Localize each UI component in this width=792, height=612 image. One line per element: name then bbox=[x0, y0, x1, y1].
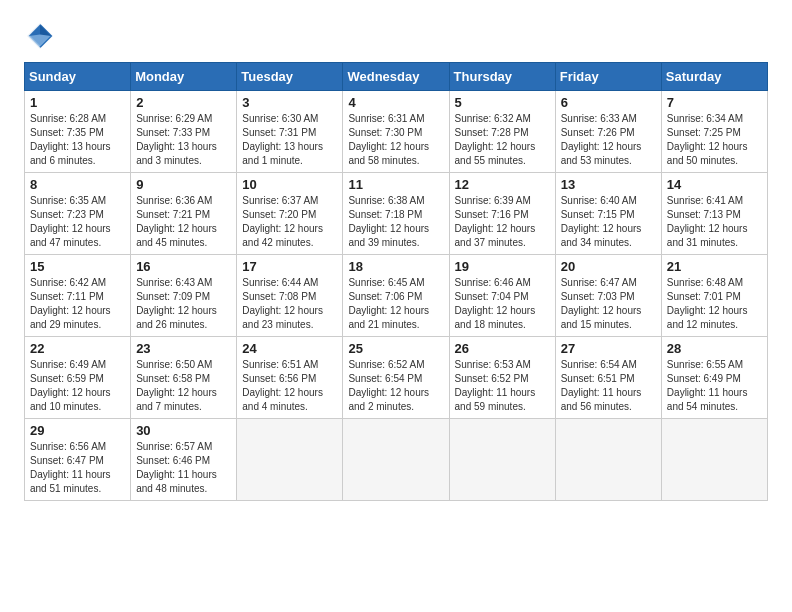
calendar-cell bbox=[237, 419, 343, 501]
calendar-cell: 20Sunrise: 6:47 AMSunset: 7:03 PMDayligh… bbox=[555, 255, 661, 337]
day-detail: Sunrise: 6:56 AMSunset: 6:47 PMDaylight:… bbox=[30, 440, 125, 496]
calendar-cell: 29Sunrise: 6:56 AMSunset: 6:47 PMDayligh… bbox=[25, 419, 131, 501]
day-number: 11 bbox=[348, 177, 443, 192]
calendar-cell bbox=[343, 419, 449, 501]
day-detail: Sunrise: 6:57 AMSunset: 6:46 PMDaylight:… bbox=[136, 440, 231, 496]
day-header-thursday: Thursday bbox=[449, 63, 555, 91]
calendar-cell: 8Sunrise: 6:35 AMSunset: 7:23 PMDaylight… bbox=[25, 173, 131, 255]
calendar-cell: 25Sunrise: 6:52 AMSunset: 6:54 PMDayligh… bbox=[343, 337, 449, 419]
day-detail: Sunrise: 6:46 AMSunset: 7:04 PMDaylight:… bbox=[455, 276, 550, 332]
calendar-cell: 14Sunrise: 6:41 AMSunset: 7:13 PMDayligh… bbox=[661, 173, 767, 255]
logo bbox=[24, 20, 60, 52]
calendar-cell bbox=[661, 419, 767, 501]
day-header-sunday: Sunday bbox=[25, 63, 131, 91]
day-number: 6 bbox=[561, 95, 656, 110]
day-number: 20 bbox=[561, 259, 656, 274]
page-header bbox=[24, 20, 768, 52]
calendar-cell: 23Sunrise: 6:50 AMSunset: 6:58 PMDayligh… bbox=[131, 337, 237, 419]
calendar-cell: 13Sunrise: 6:40 AMSunset: 7:15 PMDayligh… bbox=[555, 173, 661, 255]
day-number: 4 bbox=[348, 95, 443, 110]
day-detail: Sunrise: 6:33 AMSunset: 7:26 PMDaylight:… bbox=[561, 112, 656, 168]
calendar-cell: 27Sunrise: 6:54 AMSunset: 6:51 PMDayligh… bbox=[555, 337, 661, 419]
day-detail: Sunrise: 6:29 AMSunset: 7:33 PMDaylight:… bbox=[136, 112, 231, 168]
calendar-cell: 9Sunrise: 6:36 AMSunset: 7:21 PMDaylight… bbox=[131, 173, 237, 255]
day-header-monday: Monday bbox=[131, 63, 237, 91]
day-detail: Sunrise: 6:51 AMSunset: 6:56 PMDaylight:… bbox=[242, 358, 337, 414]
logo-icon bbox=[24, 20, 56, 52]
day-detail: Sunrise: 6:52 AMSunset: 6:54 PMDaylight:… bbox=[348, 358, 443, 414]
day-number: 24 bbox=[242, 341, 337, 356]
calendar-cell: 6Sunrise: 6:33 AMSunset: 7:26 PMDaylight… bbox=[555, 91, 661, 173]
day-number: 16 bbox=[136, 259, 231, 274]
day-number: 7 bbox=[667, 95, 762, 110]
calendar-cell: 7Sunrise: 6:34 AMSunset: 7:25 PMDaylight… bbox=[661, 91, 767, 173]
day-number: 9 bbox=[136, 177, 231, 192]
day-number: 14 bbox=[667, 177, 762, 192]
calendar-header-row: SundayMondayTuesdayWednesdayThursdayFrid… bbox=[25, 63, 768, 91]
day-detail: Sunrise: 6:47 AMSunset: 7:03 PMDaylight:… bbox=[561, 276, 656, 332]
day-number: 2 bbox=[136, 95, 231, 110]
day-number: 22 bbox=[30, 341, 125, 356]
day-number: 30 bbox=[136, 423, 231, 438]
calendar-cell: 19Sunrise: 6:46 AMSunset: 7:04 PMDayligh… bbox=[449, 255, 555, 337]
day-detail: Sunrise: 6:41 AMSunset: 7:13 PMDaylight:… bbox=[667, 194, 762, 250]
day-detail: Sunrise: 6:44 AMSunset: 7:08 PMDaylight:… bbox=[242, 276, 337, 332]
day-detail: Sunrise: 6:53 AMSunset: 6:52 PMDaylight:… bbox=[455, 358, 550, 414]
calendar-week-1: 1Sunrise: 6:28 AMSunset: 7:35 PMDaylight… bbox=[25, 91, 768, 173]
day-detail: Sunrise: 6:32 AMSunset: 7:28 PMDaylight:… bbox=[455, 112, 550, 168]
calendar-cell: 15Sunrise: 6:42 AMSunset: 7:11 PMDayligh… bbox=[25, 255, 131, 337]
day-number: 17 bbox=[242, 259, 337, 274]
calendar-cell: 3Sunrise: 6:30 AMSunset: 7:31 PMDaylight… bbox=[237, 91, 343, 173]
day-detail: Sunrise: 6:54 AMSunset: 6:51 PMDaylight:… bbox=[561, 358, 656, 414]
calendar-cell: 10Sunrise: 6:37 AMSunset: 7:20 PMDayligh… bbox=[237, 173, 343, 255]
calendar-table: SundayMondayTuesdayWednesdayThursdayFrid… bbox=[24, 62, 768, 501]
calendar-cell: 4Sunrise: 6:31 AMSunset: 7:30 PMDaylight… bbox=[343, 91, 449, 173]
day-detail: Sunrise: 6:30 AMSunset: 7:31 PMDaylight:… bbox=[242, 112, 337, 168]
calendar-cell: 17Sunrise: 6:44 AMSunset: 7:08 PMDayligh… bbox=[237, 255, 343, 337]
calendar-cell: 30Sunrise: 6:57 AMSunset: 6:46 PMDayligh… bbox=[131, 419, 237, 501]
day-number: 28 bbox=[667, 341, 762, 356]
day-number: 23 bbox=[136, 341, 231, 356]
day-detail: Sunrise: 6:45 AMSunset: 7:06 PMDaylight:… bbox=[348, 276, 443, 332]
day-number: 3 bbox=[242, 95, 337, 110]
day-detail: Sunrise: 6:36 AMSunset: 7:21 PMDaylight:… bbox=[136, 194, 231, 250]
calendar-week-4: 22Sunrise: 6:49 AMSunset: 6:59 PMDayligh… bbox=[25, 337, 768, 419]
day-detail: Sunrise: 6:28 AMSunset: 7:35 PMDaylight:… bbox=[30, 112, 125, 168]
day-header-wednesday: Wednesday bbox=[343, 63, 449, 91]
calendar-cell: 21Sunrise: 6:48 AMSunset: 7:01 PMDayligh… bbox=[661, 255, 767, 337]
day-header-tuesday: Tuesday bbox=[237, 63, 343, 91]
calendar-cell: 1Sunrise: 6:28 AMSunset: 7:35 PMDaylight… bbox=[25, 91, 131, 173]
day-detail: Sunrise: 6:49 AMSunset: 6:59 PMDaylight:… bbox=[30, 358, 125, 414]
day-detail: Sunrise: 6:37 AMSunset: 7:20 PMDaylight:… bbox=[242, 194, 337, 250]
day-detail: Sunrise: 6:50 AMSunset: 6:58 PMDaylight:… bbox=[136, 358, 231, 414]
calendar-cell: 12Sunrise: 6:39 AMSunset: 7:16 PMDayligh… bbox=[449, 173, 555, 255]
day-number: 10 bbox=[242, 177, 337, 192]
calendar-cell: 22Sunrise: 6:49 AMSunset: 6:59 PMDayligh… bbox=[25, 337, 131, 419]
day-detail: Sunrise: 6:43 AMSunset: 7:09 PMDaylight:… bbox=[136, 276, 231, 332]
day-detail: Sunrise: 6:48 AMSunset: 7:01 PMDaylight:… bbox=[667, 276, 762, 332]
calendar-cell: 5Sunrise: 6:32 AMSunset: 7:28 PMDaylight… bbox=[449, 91, 555, 173]
day-number: 29 bbox=[30, 423, 125, 438]
day-number: 12 bbox=[455, 177, 550, 192]
day-number: 13 bbox=[561, 177, 656, 192]
day-detail: Sunrise: 6:38 AMSunset: 7:18 PMDaylight:… bbox=[348, 194, 443, 250]
calendar-cell: 24Sunrise: 6:51 AMSunset: 6:56 PMDayligh… bbox=[237, 337, 343, 419]
calendar-cell: 11Sunrise: 6:38 AMSunset: 7:18 PMDayligh… bbox=[343, 173, 449, 255]
day-number: 26 bbox=[455, 341, 550, 356]
day-number: 21 bbox=[667, 259, 762, 274]
day-number: 25 bbox=[348, 341, 443, 356]
calendar-cell: 18Sunrise: 6:45 AMSunset: 7:06 PMDayligh… bbox=[343, 255, 449, 337]
day-number: 27 bbox=[561, 341, 656, 356]
day-detail: Sunrise: 6:40 AMSunset: 7:15 PMDaylight:… bbox=[561, 194, 656, 250]
day-number: 19 bbox=[455, 259, 550, 274]
day-header-friday: Friday bbox=[555, 63, 661, 91]
calendar-cell bbox=[555, 419, 661, 501]
calendar-week-2: 8Sunrise: 6:35 AMSunset: 7:23 PMDaylight… bbox=[25, 173, 768, 255]
day-detail: Sunrise: 6:31 AMSunset: 7:30 PMDaylight:… bbox=[348, 112, 443, 168]
day-number: 5 bbox=[455, 95, 550, 110]
calendar-cell: 16Sunrise: 6:43 AMSunset: 7:09 PMDayligh… bbox=[131, 255, 237, 337]
day-number: 15 bbox=[30, 259, 125, 274]
day-detail: Sunrise: 6:55 AMSunset: 6:49 PMDaylight:… bbox=[667, 358, 762, 414]
day-detail: Sunrise: 6:42 AMSunset: 7:11 PMDaylight:… bbox=[30, 276, 125, 332]
calendar-cell bbox=[449, 419, 555, 501]
